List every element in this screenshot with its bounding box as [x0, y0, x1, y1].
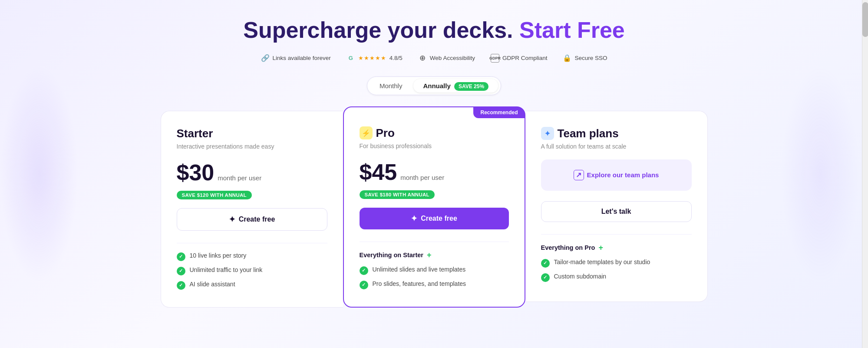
badge-links: 🔗 Links available forever — [261, 54, 331, 63]
pro-features-heading-text: Everything on Starter — [360, 252, 423, 259]
badge-accessibility: ⊕ Web Accessibility — [418, 54, 475, 63]
billing-toggle-section: Monthly Annually SAVE 25% — [87, 76, 781, 95]
pro-plan-name: ⚡ Pro — [360, 126, 509, 140]
badge-sso-label: Secure SSO — [574, 55, 607, 61]
team-feature-text-1: Tailor-made templates by our studio — [554, 259, 650, 265]
pro-name-text: Pro — [376, 126, 395, 140]
starter-period: month per user — [218, 174, 261, 182]
save-badge: SAVE 25% — [454, 82, 488, 91]
pro-cta-label: Create free — [421, 215, 457, 222]
team-features: Everything on Pro + Tailor-made template… — [541, 243, 692, 282]
starter-name-text: Starter — [177, 127, 213, 140]
pro-feature-1: Unlimited slides and live templates — [360, 266, 509, 275]
heading-text1: Supercharge your decks. — [243, 17, 519, 43]
check-icon — [177, 281, 185, 290]
team-feature-2: Custom subdomain — [541, 273, 692, 282]
badge-rating: G ★★★★★ 4.8/5 — [347, 54, 403, 63]
starter-plan-name: Starter — [177, 127, 327, 140]
feature-text-traffic: Unlimited traffic to your link — [190, 266, 263, 273]
sparkle-icon-pro: ✦ — [411, 214, 417, 223]
feature-text-ai: AI slide assistant — [190, 281, 235, 288]
pro-price: $45 — [360, 159, 397, 185]
monthly-toggle[interactable]: Monthly — [370, 79, 412, 93]
pro-feature-text-1: Unlimited slides and live templates — [373, 266, 466, 273]
pro-features-heading: Everything on Starter + — [360, 251, 509, 260]
starter-cta-label: Create free — [239, 215, 275, 223]
pro-save-tag: SAVE $180 WITH ANNUAL — [360, 190, 435, 199]
gdpr-icon: GDPR — [491, 54, 499, 63]
recommended-badge: Recommended — [473, 107, 525, 118]
sparkle-icon-starter: ✦ — [229, 215, 235, 224]
pro-feature-2: Pro slides, features, and templates — [360, 280, 509, 289]
team-plan-card: ✦ Team plans A full solution for teams a… — [525, 111, 708, 302]
trust-badges: 🔗 Links available forever G ★★★★★ 4.8/5 … — [87, 54, 781, 63]
link-icon: 🔗 — [261, 54, 270, 63]
pro-feature-text-2: Pro slides, features, and templates — [373, 280, 466, 287]
pro-plan-card: Recommended ⚡ Pro For business professio… — [343, 106, 525, 308]
team-divider — [541, 234, 692, 235]
team-feature-text-2: Custom subdomain — [554, 273, 607, 280]
pro-tagline: For business professionals — [360, 143, 509, 149]
feature-traffic: Unlimited traffic to your link — [177, 266, 327, 275]
pro-divider — [360, 242, 509, 242]
lock-icon: 🔒 — [563, 54, 571, 63]
pro-period: month per user — [400, 174, 444, 181]
annually-toggle[interactable]: Annually SAVE 25% — [413, 79, 498, 93]
badge-sso: 🔒 Secure SSO — [563, 54, 607, 63]
badge-links-label: Links available forever — [273, 55, 331, 61]
annually-label: Annually — [423, 82, 450, 89]
starter-price-block: $30 month per user — [177, 159, 327, 186]
g-icon: G — [347, 54, 355, 63]
team-features-heading-text: Everything on Pro — [541, 244, 595, 251]
check-icon — [177, 252, 185, 261]
page-heading: Supercharge your decks. Start Free — [87, 17, 781, 43]
badge-gdpr-label: GDPR Compliant — [502, 55, 548, 61]
check-icon — [360, 281, 368, 289]
pricing-section: Starter Interactive presentations made e… — [87, 111, 781, 308]
billing-toggle: Monthly Annually SAVE 25% — [367, 76, 501, 95]
accessibility-icon: ⊕ — [418, 54, 427, 63]
plus-icon: + — [598, 243, 603, 252]
explore-link[interactable]: Explore our team plans — [574, 170, 659, 180]
explore-label: Explore our team plans — [587, 171, 659, 179]
pro-features: Everything on Starter + Unlimited slides… — [360, 251, 509, 289]
team-sparkle-icon: ✦ — [541, 127, 554, 140]
feature-ai: AI slide assistant — [177, 281, 327, 290]
check-icon — [360, 266, 368, 275]
starter-divider — [177, 243, 327, 243]
starter-save-tag: SAVE $120 WITH ANNUAL — [177, 191, 252, 199]
lightning-icon: ⚡ — [360, 126, 373, 139]
stars: ★★★★★ — [358, 55, 386, 61]
team-features-heading: Everything on Pro + — [541, 243, 692, 252]
badge-gdpr: GDPR GDPR Compliant — [491, 54, 548, 63]
starter-plan-card: Starter Interactive presentations made e… — [161, 111, 343, 308]
plus-icon: + — [427, 251, 432, 260]
starter-price: $30 — [177, 159, 215, 186]
team-plan-name: ✦ Team plans — [541, 127, 692, 140]
heading-text2: Start Free — [519, 17, 625, 43]
badge-accessibility-label: Web Accessibility — [430, 55, 475, 61]
team-cta-button[interactable]: Let's talk — [541, 201, 692, 222]
starter-cta-button[interactable]: ✦ Create free — [177, 208, 327, 231]
explore-box: Explore our team plans — [541, 159, 692, 191]
team-cta-label: Let's talk — [601, 208, 631, 215]
starter-features: 10 live links per story Unlimited traffi… — [177, 252, 327, 290]
check-icon — [177, 267, 185, 275]
team-feature-1: Tailor-made templates by our studio — [541, 259, 692, 268]
team-tagline: A full solution for teams at scale — [541, 143, 692, 150]
check-icon — [541, 259, 550, 268]
starter-tagline: Interactive presentations made easy — [177, 143, 327, 150]
feature-links: 10 live links per story — [177, 252, 327, 261]
team-name-text: Team plans — [558, 127, 619, 140]
rating-value: 4.8/5 — [389, 55, 403, 61]
page-wrapper: Supercharge your decks. Start Free 🔗 Lin… — [0, 0, 868, 308]
pro-price-block: $45 month per user — [360, 159, 509, 185]
heading-section: Supercharge your decks. Start Free 🔗 Lin… — [87, 17, 781, 63]
check-icon — [541, 273, 550, 282]
pro-cta-button[interactable]: ✦ Create free — [360, 208, 509, 229]
feature-text-links: 10 live links per story — [190, 252, 247, 259]
